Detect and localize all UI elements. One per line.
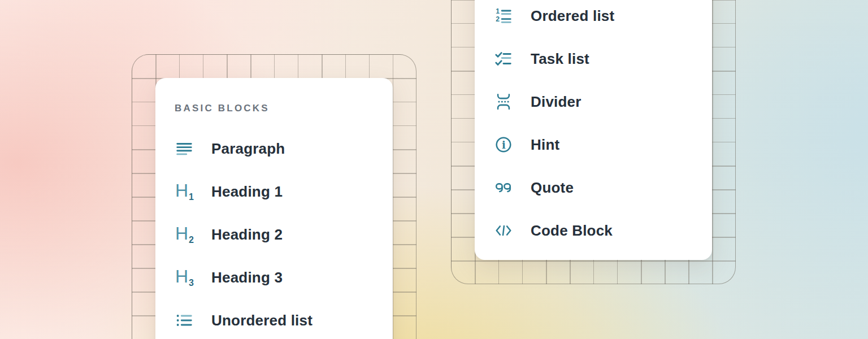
svg-text:1: 1 xyxy=(496,7,500,15)
menu-item-unordered-list[interactable]: Unordered list xyxy=(155,299,393,339)
menu-item-divider[interactable]: Divider xyxy=(475,80,712,123)
paragraph-icon xyxy=(175,139,194,158)
unordered-list-icon xyxy=(175,311,194,330)
menu-item-label: Ordered list xyxy=(531,7,614,25)
menu-item-code-block[interactable]: Code Block xyxy=(475,209,712,252)
menu-item-label: Hint xyxy=(531,136,559,154)
basic-blocks-menu-card: BASIC BLOCKS Paragraph H 1 Heading 1 xyxy=(155,78,393,339)
menu-item-label: Task list xyxy=(531,50,589,68)
menu-item-task-list[interactable]: Task list xyxy=(475,37,712,80)
heading-icon-letter: H xyxy=(175,182,188,199)
menu-item-heading-1[interactable]: H 1 Heading 1 xyxy=(155,170,393,213)
svg-text:2: 2 xyxy=(496,15,500,23)
basic-blocks-list: Paragraph H 1 Heading 1 H 2 Heading 2 H xyxy=(155,127,393,339)
heading-3-icon: H 3 xyxy=(175,268,194,287)
svg-text:i: i xyxy=(502,139,506,151)
heading-icon-subscript: 1 xyxy=(189,192,194,202)
menu-item-label: Unordered list xyxy=(211,312,313,329)
menu-item-label: Heading 1 xyxy=(211,183,283,201)
quote-icon xyxy=(494,178,513,197)
menu-item-label: Divider xyxy=(531,93,581,111)
menu-item-label: Paragraph xyxy=(211,140,285,158)
heading-icon-letter: H xyxy=(175,225,188,242)
menu-item-ordered-list[interactable]: 1 2 Ordered list xyxy=(475,0,712,37)
blocks-list: 1 2 Ordered list xyxy=(475,0,712,252)
blocks-menu-card: 1 2 Ordered list xyxy=(475,0,712,260)
menu-item-label: Heading 3 xyxy=(211,269,283,286)
heading-1-icon: H 1 xyxy=(175,182,194,201)
menu-item-label: Quote xyxy=(531,179,574,197)
menu-item-paragraph[interactable]: Paragraph xyxy=(155,127,393,170)
task-list-icon xyxy=(494,49,513,68)
menu-item-heading-2[interactable]: H 2 Heading 2 xyxy=(155,213,393,256)
menu-item-label: Heading 2 xyxy=(211,226,283,244)
ordered-list-icon: 1 2 xyxy=(494,6,513,25)
hint-icon: i xyxy=(494,135,513,154)
heading-icon-letter: H xyxy=(175,268,188,285)
menu-item-heading-3[interactable]: H 3 Heading 3 xyxy=(155,256,393,299)
section-label-basic-blocks: BASIC BLOCKS xyxy=(175,102,393,115)
heading-icon-subscript: 3 xyxy=(189,278,194,288)
divider-icon xyxy=(494,92,513,111)
menu-item-quote[interactable]: Quote xyxy=(475,166,712,209)
illustration-stage: BASIC BLOCKS Paragraph H 1 Heading 1 xyxy=(0,0,868,339)
menu-item-label: Code Block xyxy=(531,222,613,240)
heading-2-icon: H 2 xyxy=(175,225,194,244)
menu-item-hint[interactable]: i Hint xyxy=(475,123,712,166)
heading-icon-subscript: 2 xyxy=(189,235,194,245)
code-block-icon xyxy=(494,221,513,240)
